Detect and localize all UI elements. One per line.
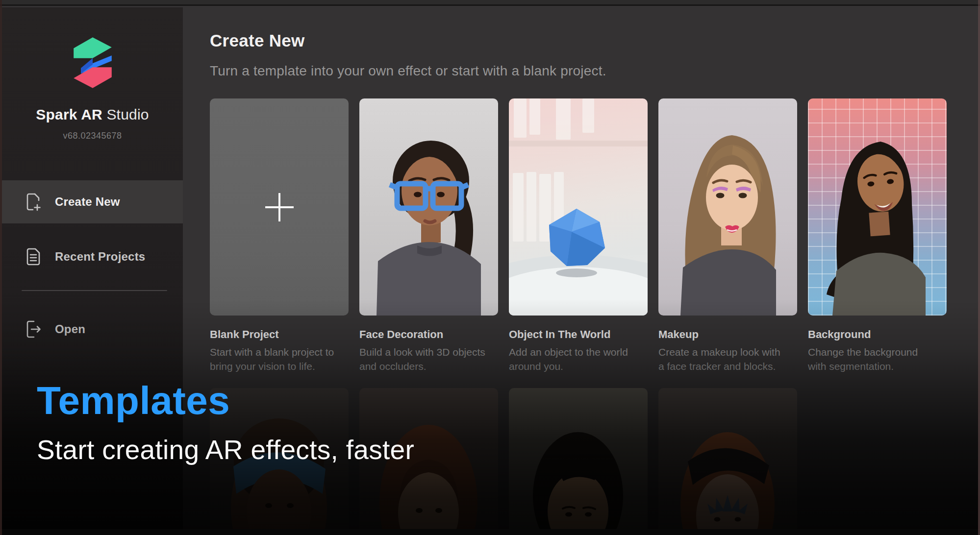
template-grid-row-1: Blank Project Start with a blank project… bbox=[210, 98, 980, 373]
app-title-bold: Spark AR bbox=[36, 106, 102, 122]
template-description: Create a makeup look with a face tracker… bbox=[658, 345, 788, 373]
app-title: Spark AR Studio bbox=[2, 106, 183, 123]
woman-segmentation-illustration bbox=[808, 98, 947, 316]
sidebar-divider bbox=[22, 290, 167, 291]
right-edge-strip bbox=[978, 0, 980, 535]
template-card-partial-3[interactable] bbox=[509, 388, 648, 535]
woman-blue-glasses-illustration bbox=[359, 98, 498, 316]
woman-makeup-illustration bbox=[658, 98, 797, 316]
woman-blue-glasses-thumbnail bbox=[359, 98, 498, 316]
hero-subtitle: Start creating AR effects, faster bbox=[37, 434, 414, 465]
template-card-face-decoration[interactable]: Face Decoration Build a look with 3D obj… bbox=[359, 98, 498, 373]
woman-grid-background-thumbnail bbox=[808, 98, 947, 316]
spark-ar-logo-icon bbox=[68, 33, 117, 93]
template-description: Build a look with 3D objects and occlude… bbox=[359, 345, 489, 373]
page-title: Create New bbox=[210, 31, 980, 50]
document-arrow-icon bbox=[25, 319, 42, 339]
sidebar-item-label: Open bbox=[55, 322, 85, 336]
spark-ar-welcome-window: Spark AR Studio v68.02345678 Create New … bbox=[0, 0, 980, 535]
sidebar-item-label: Create New bbox=[55, 195, 120, 209]
template-card-object-in-the-world[interactable]: Object In The World Add an object to the… bbox=[509, 98, 648, 373]
hero-text-block: Templates Start creating AR effects, fas… bbox=[37, 378, 414, 465]
sidebar-item-open[interactable]: Open bbox=[2, 308, 183, 351]
template-card-background[interactable]: Background Change the background with se… bbox=[808, 98, 947, 373]
app-version: v68.02345678 bbox=[2, 131, 183, 141]
sidebar-menu: Create New Recent Projects Open bbox=[2, 180, 183, 351]
left-edge-strip bbox=[0, 0, 2, 535]
template-description: Start with a blank project to bring your… bbox=[210, 345, 339, 373]
plus-icon bbox=[265, 193, 294, 221]
blue-polyhedron-illustration bbox=[509, 98, 648, 316]
template-name: Face Decoration bbox=[359, 328, 498, 341]
window-bottom-bar bbox=[0, 529, 980, 535]
page-subtitle: Turn a template into your own effect or … bbox=[210, 63, 980, 79]
object-in-world-thumbnail bbox=[509, 98, 648, 316]
woman-makeup-thumbnail bbox=[658, 98, 797, 316]
person-dark-hair bbox=[509, 388, 648, 535]
blank-project-thumbnail bbox=[210, 98, 349, 316]
template-name: Blank Project bbox=[210, 328, 349, 341]
hero-title: Templates bbox=[37, 378, 414, 423]
document-lines-icon bbox=[25, 247, 42, 267]
template-name: Object In The World bbox=[509, 328, 648, 341]
app-title-light: Studio bbox=[102, 106, 149, 122]
window-top-bar bbox=[0, 0, 980, 6]
template-card-partial-4[interactable] bbox=[658, 388, 797, 535]
sidebar-item-label: Recent Projects bbox=[55, 250, 145, 264]
document-plus-icon bbox=[25, 192, 42, 212]
template-name: Background bbox=[808, 328, 947, 341]
template-description: Add an object to the world around you. bbox=[509, 345, 638, 373]
sidebar-item-create-new[interactable]: Create New bbox=[2, 180, 183, 223]
template-name: Makeup bbox=[658, 328, 797, 341]
sidebar-item-recent-projects[interactable]: Recent Projects bbox=[2, 235, 183, 278]
child-face-paint bbox=[658, 388, 797, 535]
template-description: Change the background with segmentation. bbox=[808, 345, 937, 373]
template-card-makeup[interactable]: Makeup Create a makeup look with a face … bbox=[658, 98, 797, 373]
template-card-blank-project[interactable]: Blank Project Start with a blank project… bbox=[210, 98, 349, 373]
